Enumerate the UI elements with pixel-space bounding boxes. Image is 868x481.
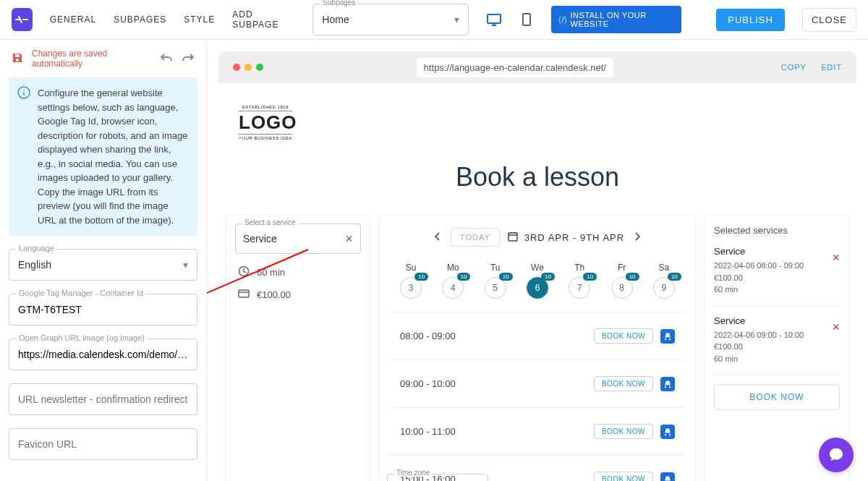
day-name: Fr bbox=[618, 263, 626, 273]
prev-week-icon[interactable] bbox=[430, 229, 443, 247]
day-name: Mo bbox=[447, 263, 459, 273]
close-button[interactable]: CLOSE bbox=[802, 8, 856, 32]
day-button[interactable]: 3 10 bbox=[400, 277, 422, 299]
selected-service-details: 2022-04-06 09:00 - 10:00€100.0060 min bbox=[714, 329, 840, 365]
settings-sidebar: Changes are saved automatically Configur… bbox=[0, 40, 207, 481]
page-title: Book a lesson bbox=[218, 162, 856, 192]
favicon-url-input[interactable] bbox=[9, 428, 197, 460]
nav-general[interactable]: GENERAL bbox=[50, 14, 96, 25]
day-badge: 10 bbox=[668, 273, 681, 281]
og-image-label: Open Graph URL image (og:image) bbox=[16, 333, 148, 342]
calendar-icon bbox=[507, 231, 519, 244]
svg-rect-5 bbox=[509, 233, 517, 241]
day-button[interactable]: 7 10 bbox=[569, 277, 590, 299]
selected-title: Selected services bbox=[714, 225, 840, 236]
service-duration: 60 min bbox=[257, 267, 285, 278]
nav-subpages[interactable]: SUBPAGES bbox=[114, 14, 166, 25]
slot-time: 09:00 - 10:00 bbox=[400, 378, 456, 389]
book-slot-button[interactable]: BOOK NOW bbox=[594, 472, 653, 481]
newsletter-url-input[interactable] bbox=[9, 383, 197, 415]
info-icon bbox=[17, 86, 30, 227]
preview-area: https://language-en-calendar.calendesk.n… bbox=[207, 40, 868, 481]
close-icon[interactable]: × bbox=[345, 231, 353, 247]
nav-style[interactable]: STYLE bbox=[184, 14, 215, 25]
day-button[interactable]: 9 10 bbox=[653, 277, 675, 299]
book-now-button[interactable]: BOOK NOW bbox=[714, 384, 840, 410]
timezone-label: Time zone bbox=[394, 469, 432, 477]
slot-time: 08:00 - 09:00 bbox=[400, 331, 456, 341]
remove-service-icon[interactable]: × bbox=[832, 250, 840, 265]
day-button[interactable]: 8 10 bbox=[611, 277, 633, 299]
day-badge: 10 bbox=[457, 273, 471, 281]
redo-icon[interactable] bbox=[182, 53, 195, 65]
add-to-cart-icon[interactable] bbox=[660, 472, 675, 482]
chevron-down-icon: ▾ bbox=[454, 14, 459, 25]
desktop-view-icon[interactable] bbox=[486, 12, 502, 27]
mobile-view-icon[interactable] bbox=[519, 12, 534, 27]
undo-icon[interactable] bbox=[160, 53, 173, 65]
subpages-select-label: Subpages bbox=[320, 0, 358, 7]
service-select[interactable]: Service × bbox=[235, 224, 361, 254]
edit-button[interactable]: EDIT bbox=[821, 63, 842, 72]
svg-rect-0 bbox=[488, 14, 501, 23]
window-controls bbox=[233, 64, 263, 71]
svg-rect-4 bbox=[239, 290, 249, 297]
day-button[interactable]: 6 10 bbox=[527, 277, 548, 299]
add-to-cart-icon[interactable] bbox=[660, 377, 675, 391]
clock-icon bbox=[238, 265, 250, 279]
day-badge: 10 bbox=[626, 273, 639, 281]
slot-time: 10:00 - 11:00 bbox=[400, 426, 456, 437]
traffic-red-icon bbox=[233, 64, 240, 71]
copy-button[interactable]: COPY bbox=[781, 63, 807, 72]
install-button[interactable]: 〈/〉 INSTALL ON YOUR WEBSITE bbox=[551, 6, 681, 33]
language-label: Language bbox=[16, 244, 57, 252]
info-panel: Configure the general website settings b… bbox=[9, 77, 197, 236]
nav-add-subpage[interactable]: ADD SUBPAGE bbox=[232, 9, 295, 30]
day-name: Th bbox=[574, 263, 584, 273]
url-bar: https://language-en-calendar.calendesk.n… bbox=[417, 58, 613, 77]
day-button[interactable]: 5 10 bbox=[485, 277, 506, 299]
remove-service-icon[interactable]: × bbox=[832, 320, 840, 335]
day-button[interactable]: 4 10 bbox=[442, 277, 464, 299]
selected-service-name: Service bbox=[714, 315, 840, 326]
selected-service-name: Service bbox=[714, 246, 840, 257]
add-to-cart-icon[interactable] bbox=[660, 425, 675, 439]
book-slot-button[interactable]: BOOK NOW bbox=[594, 424, 653, 439]
info-text: Configure the general website settings b… bbox=[38, 86, 189, 227]
add-to-cart-icon[interactable] bbox=[660, 329, 675, 344]
book-slot-button[interactable]: BOOK NOW bbox=[594, 376, 653, 391]
og-image-input[interactable] bbox=[9, 339, 197, 370]
today-button[interactable]: TODAY bbox=[451, 228, 500, 247]
day-name: Su bbox=[406, 263, 417, 273]
code-icon: 〈/〉 bbox=[558, 15, 568, 25]
subpages-select[interactable]: Home ▾ bbox=[312, 4, 469, 35]
chat-icon[interactable] bbox=[819, 438, 854, 472]
site-logo: ESTABLISHED 1819 LOGO YOUR BUSINESS IDEA bbox=[226, 98, 305, 148]
save-icon bbox=[12, 52, 23, 66]
date-range: 3RD APR - 9TH APR bbox=[524, 232, 624, 243]
selected-service-details: 2022-04-06 08:00 - 09:00€100.0060 min bbox=[714, 260, 840, 296]
book-slot-button[interactable]: BOOK NOW bbox=[594, 328, 653, 344]
day-badge: 10 bbox=[583, 273, 597, 281]
publish-button[interactable]: PUBLISH bbox=[716, 9, 785, 31]
day-name: Tu bbox=[490, 263, 501, 273]
svg-rect-1 bbox=[523, 14, 530, 25]
day-name: We bbox=[531, 263, 544, 273]
chevron-down-icon: ▾ bbox=[183, 259, 188, 271]
service-price: €100.00 bbox=[257, 289, 291, 300]
traffic-green-icon bbox=[256, 64, 263, 71]
service-card: Select a service Service × 60 min bbox=[226, 214, 370, 481]
gtm-input[interactable] bbox=[9, 294, 197, 325]
day-badge: 10 bbox=[541, 273, 555, 281]
next-week-icon[interactable] bbox=[631, 229, 644, 247]
gtm-label: Google Tag Manager - Container Id bbox=[16, 289, 146, 297]
calendar-card: TODAY 3RD APR - 9TH APR Su 3 10 Mo bbox=[379, 214, 696, 481]
traffic-yellow-icon bbox=[244, 64, 252, 71]
credit-card-icon bbox=[238, 289, 250, 300]
service-select-label: Select a service bbox=[242, 218, 298, 226]
language-select[interactable]: English ▾ bbox=[9, 249, 197, 281]
day-badge: 10 bbox=[499, 273, 513, 281]
subpages-value: Home bbox=[322, 14, 349, 25]
app-logo[interactable] bbox=[12, 8, 33, 31]
day-name: Sa bbox=[658, 263, 669, 273]
